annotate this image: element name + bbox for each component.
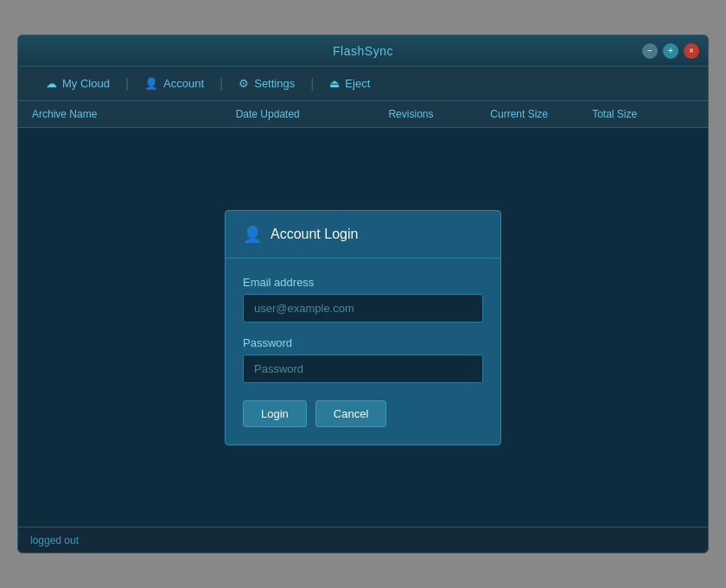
col-current-size: Current Size bbox=[490, 108, 592, 120]
nav-my-cloud-label: My Cloud bbox=[62, 77, 110, 90]
nav-eject-label: Eject bbox=[345, 77, 370, 90]
maximize-button[interactable]: + bbox=[663, 43, 678, 59]
status-bar: logged out bbox=[18, 527, 708, 553]
app-title: FlashSync bbox=[333, 44, 393, 58]
col-archive-name: Archive Name bbox=[32, 108, 236, 120]
login-button[interactable]: Login bbox=[243, 400, 307, 427]
account-login-dialog: 👤 Account Login Email address Password L… bbox=[225, 210, 501, 445]
col-total-size: Total Size bbox=[592, 108, 694, 120]
nav-item-account[interactable]: 👤 Account bbox=[131, 67, 218, 100]
modal-account-icon: 👤 bbox=[243, 225, 262, 244]
nav-settings-label: Settings bbox=[254, 77, 295, 90]
eject-icon: ⏏ bbox=[329, 77, 340, 90]
app-window: FlashSync − + × ☁ My Cloud | 👤 Account |… bbox=[17, 35, 709, 553]
modal-overlay: 👤 Account Login Email address Password L… bbox=[18, 128, 708, 527]
nav-sep-1: | bbox=[124, 76, 131, 92]
close-button[interactable]: × bbox=[684, 43, 699, 59]
window-controls: − + × bbox=[642, 43, 699, 59]
settings-icon: ⚙ bbox=[239, 77, 249, 90]
modal-actions: Login Cancel bbox=[226, 400, 500, 444]
nav-item-settings[interactable]: ⚙ Settings bbox=[225, 67, 309, 100]
status-text: logged out bbox=[30, 534, 79, 546]
title-bar: FlashSync − + × bbox=[18, 35, 708, 67]
modal-body: Email address Password bbox=[226, 259, 500, 400]
cancel-button[interactable]: Cancel bbox=[315, 400, 386, 427]
email-form-group: Email address bbox=[243, 276, 483, 323]
modal-header: 👤 Account Login bbox=[226, 211, 500, 259]
nav-item-my-cloud[interactable]: ☁ My Cloud bbox=[32, 67, 124, 100]
email-input[interactable] bbox=[243, 294, 483, 323]
minimize-button[interactable]: − bbox=[642, 43, 658, 59]
password-form-group: Password bbox=[243, 336, 483, 383]
email-label: Email address bbox=[243, 276, 483, 289]
nav-bar: ☁ My Cloud | 👤 Account | ⚙ Settings | ⏏ … bbox=[18, 67, 708, 101]
col-date-updated: Date Updated bbox=[236, 108, 389, 120]
table-header: Archive Name Date Updated Revisions Curr… bbox=[18, 101, 708, 128]
main-content: 👤 Account Login Email address Password L… bbox=[18, 128, 708, 527]
password-label: Password bbox=[243, 336, 483, 349]
nav-sep-3: | bbox=[309, 76, 315, 92]
modal-title: Account Login bbox=[271, 227, 358, 242]
nav-sep-2: | bbox=[218, 76, 225, 92]
account-icon: 👤 bbox=[144, 77, 158, 90]
nav-item-eject[interactable]: ⏏ Eject bbox=[315, 67, 384, 100]
password-input[interactable] bbox=[243, 355, 483, 383]
cloud-icon: ☁ bbox=[46, 77, 57, 90]
nav-account-label: Account bbox=[163, 77, 204, 90]
col-revisions: Revisions bbox=[388, 108, 490, 120]
